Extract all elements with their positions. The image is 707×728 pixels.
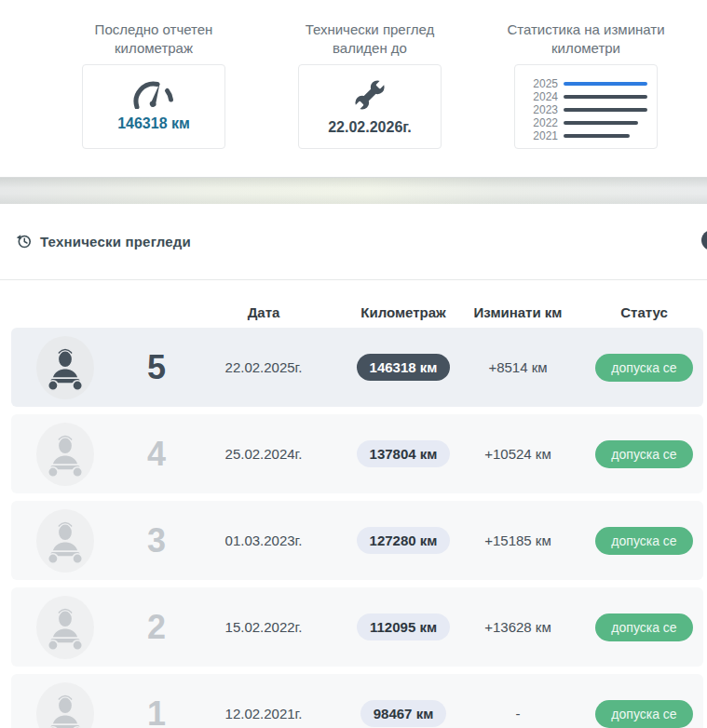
odometer-badge: 112095 км [357,613,450,640]
wrench-icon [352,77,387,113]
inspection-date: 12.02.2021г. [194,706,333,721]
header-status: Статус [574,304,707,320]
chart-year-label: 2024 [528,90,558,103]
summary-cards: Последно отчетен километраж 146318 км Те… [0,0,707,149]
mileage-bar-chart: 2025 2024 2023 2022 2021 [515,72,657,142]
chart-year-label: 2021 [528,129,558,142]
header-odometer: Километраж [333,304,473,320]
header-traveled: Изминати км [473,304,563,320]
last-odometer-card: 146318 км [82,64,225,149]
inspection-number: 4 [119,435,194,474]
card-inspection-valid: Технически преглед валиден до 22.02.2026… [298,20,442,149]
inspection-date: 15.02.2022г. [194,619,333,635]
table-row[interactable]: 1 12.02.2021г. 98467 км - допуска се [11,674,703,728]
card-mileage-stats: Статистика на изминати километри 2025 20… [514,20,658,149]
inspections-table: Дата Километраж Изминати км Статус 5 22.… [0,280,707,728]
odometer-badge: 146318 км [357,354,451,381]
speedometer-icon [132,81,175,109]
table-row[interactable]: 2 15.02.2022г. 112095 км +13628 км допус… [11,587,703,667]
chart-bar [564,134,630,138]
inspection-date: 01.03.2023г. [194,533,333,548]
divider-band [0,177,707,204]
table-row[interactable]: 4 25.02.2024г. 137804 км +10524 км допус… [11,414,703,493]
mileage-stats-card: 2025 2024 2023 2022 2021 [514,64,658,149]
inspection-date: 22.02.2025г. [194,359,333,375]
traveled-km: +13628 км [473,619,563,635]
collapse-button[interactable] [701,230,707,250]
inspection-number: 3 [119,521,194,560]
chart-bar [564,108,647,112]
chart-bar [564,121,638,125]
inspection-valid-card: 22.02.2026г. [298,64,442,149]
inspection-number: 2 [119,608,194,647]
chart-year-label: 2022 [528,116,558,129]
card-title: Последно отчетен километраж [67,20,240,60]
traveled-km: +8514 км [473,359,563,375]
inspection-number: 1 [119,694,194,728]
section-header: Технически прегледи [0,204,707,280]
inspection-number: 5 [119,348,194,387]
odometer-badge: 127280 км [357,527,451,554]
status-badge: допуска се [595,354,692,382]
driver-avatar [36,596,94,659]
chart-year-label: 2023 [528,103,558,116]
card-title: Статистика на изминати километри [499,20,673,60]
odometer-badge: 98467 км [360,700,446,727]
chart-bar [564,95,647,99]
card-last-odometer: Последно отчетен километраж 146318 км [82,20,225,149]
chart-bar [564,82,647,86]
traveled-km: +10524 км [473,446,563,462]
driver-avatar [36,509,94,573]
inspection-date: 25.02.2024г. [194,446,333,462]
header-date: Дата [194,304,333,320]
status-badge: допуска се [595,613,692,641]
status-badge: допуска се [595,700,692,728]
driver-avatar [36,423,94,486]
table-header: Дата Километраж Изминати км Статус [11,304,703,320]
status-badge: допуска се [595,527,692,555]
section-title: Технически прегледи [40,234,191,249]
chart-year-label: 2025 [528,77,558,90]
table-row[interactable]: 3 01.03.2023г. 127280 км +15185 км допус… [11,501,703,580]
status-badge: допуска се [595,440,692,468]
history-icon [16,234,32,249]
driver-avatar [36,336,94,399]
odometer-badge: 137804 км [357,440,451,467]
traveled-km: +15185 км [473,533,563,548]
last-odometer-value: 146318 км [117,115,190,132]
card-title: Технически преглед валиден до [283,20,456,60]
inspection-valid-value: 22.02.2026г. [328,119,412,136]
traveled-km: - [473,706,563,721]
table-row[interactable]: 5 22.02.2025г. 146318 км +8514 км допуск… [11,328,703,407]
driver-avatar [36,682,94,728]
